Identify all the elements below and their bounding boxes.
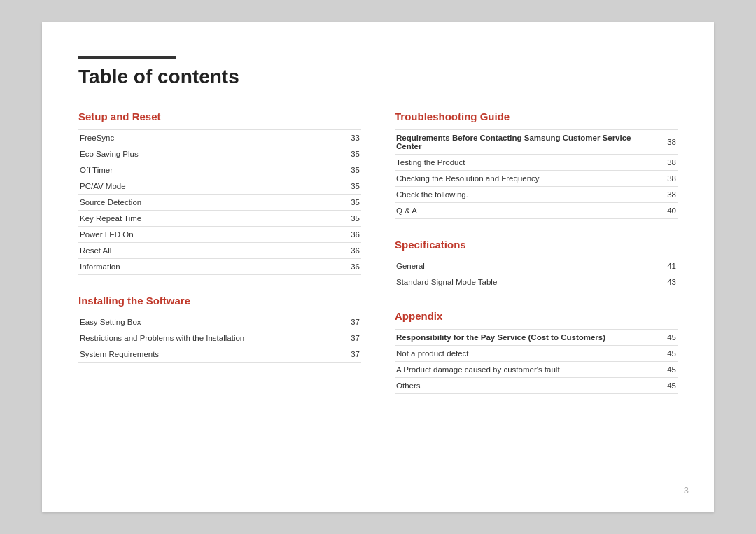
toc-table-specifications: General41Standard Signal Mode Table43 (395, 258, 678, 290)
table-row: Not a product defect45 (395, 345, 678, 361)
section-title-troubleshooting: Troubleshooting Guide (395, 111, 678, 122)
toc-item-page: 33 (340, 129, 361, 146)
toc-item-label: Q & A (395, 202, 657, 218)
toc-item-page: 45 (657, 329, 678, 345)
toc-item-label: General (395, 258, 657, 274)
table-row: Restrictions and Problems with the Insta… (78, 330, 361, 346)
table-row: Others45 (395, 377, 678, 393)
two-column-layout: Setup and ResetFreeSync33Eco Saving Plus… (78, 111, 678, 414)
section-title-appendix: Appendix (395, 310, 678, 322)
table-row: Information36 (78, 258, 361, 274)
table-row: Check the following.38 (395, 186, 678, 202)
toc-item-page: 38 (657, 186, 678, 202)
toc-table-setup-reset: FreeSync33Eco Saving Plus35Off Timer35PC… (78, 129, 361, 275)
toc-item-page: 38 (657, 170, 678, 186)
toc-item-page: 36 (340, 226, 361, 242)
table-row: Testing the Product38 (395, 154, 678, 170)
toc-item-label: Source Detection (78, 194, 340, 210)
toc-item-label: PC/AV Mode (78, 178, 340, 194)
section-title-setup-reset: Setup and Reset (78, 111, 361, 122)
toc-item-page: 40 (657, 202, 678, 218)
table-row: Responsibility for the Pay Service (Cost… (395, 329, 678, 345)
toc-item-page: 35 (340, 210, 361, 226)
section-title-specifications: Specifications (395, 239, 678, 251)
toc-item-page: 45 (657, 345, 678, 361)
table-row: PC/AV Mode35 (78, 178, 361, 194)
toc-item-page: 41 (657, 258, 678, 274)
toc-item-page: 38 (657, 129, 678, 154)
toc-item-page: 35 (340, 146, 361, 162)
toc-item-label: Reset All (78, 242, 340, 258)
table-row: System Requirements37 (78, 346, 361, 362)
toc-item-label: Testing the Product (395, 154, 657, 170)
table-row: Q & A40 (395, 202, 678, 218)
page-number: 3 (684, 485, 689, 496)
table-row: Reset All36 (78, 242, 361, 258)
toc-item-page: 36 (340, 242, 361, 258)
table-row: FreeSync33 (78, 129, 361, 146)
toc-item-label: Information (78, 258, 340, 274)
table-row: Key Repeat Time35 (78, 210, 361, 226)
toc-table-appendix: Responsibility for the Pay Service (Cost… (395, 329, 678, 394)
toc-item-label: Eco Saving Plus (78, 146, 340, 162)
toc-item-page: 45 (657, 377, 678, 393)
toc-item-label: Others (395, 377, 657, 393)
table-row: Requirements Before Contacting Samsung C… (395, 129, 678, 154)
toc-item-page: 37 (340, 314, 361, 330)
toc-table-troubleshooting: Requirements Before Contacting Samsung C… (395, 129, 678, 219)
toc-item-page: 35 (340, 178, 361, 194)
section-title-installing-software: Installing the Software (78, 295, 361, 307)
table-row: Source Detection35 (78, 194, 361, 210)
toc-item-label: Power LED On (78, 226, 340, 242)
toc-item-page: 38 (657, 154, 678, 170)
toc-item-page: 37 (340, 346, 361, 362)
table-row: Easy Setting Box37 (78, 314, 361, 330)
table-row: Power LED On36 (78, 226, 361, 242)
toc-item-label: Restrictions and Problems with the Insta… (78, 330, 340, 346)
toc-item-label: Easy Setting Box (78, 314, 340, 330)
toc-item-page: 35 (340, 162, 361, 178)
toc-item-label: System Requirements (78, 346, 340, 362)
toc-item-label: Standard Signal Mode Table (395, 274, 657, 290)
toc-item-page: 35 (340, 194, 361, 210)
page: Table of contents Setup and ResetFreeSyn… (42, 22, 714, 512)
table-row: A Product damage caused by customer's fa… (395, 361, 678, 377)
page-title: Table of contents (78, 66, 678, 88)
toc-item-label: Check the following. (395, 186, 657, 202)
toc-item-page: 37 (340, 330, 361, 346)
toc-item-label: Requirements Before Contacting Samsung C… (395, 129, 657, 154)
toc-item-label: Responsibility for the Pay Service (Cost… (395, 329, 657, 345)
right-column: Troubleshooting GuideRequirements Before… (395, 111, 678, 414)
left-column: Setup and ResetFreeSync33Eco Saving Plus… (78, 111, 361, 414)
toc-item-page: 43 (657, 274, 678, 290)
toc-item-label: A Product damage caused by customer's fa… (395, 361, 657, 377)
table-row: Checking the Resolution and Frequency38 (395, 170, 678, 186)
toc-item-label: Not a product defect (395, 345, 657, 361)
table-row: General41 (395, 258, 678, 274)
title-bar (78, 56, 176, 59)
table-row: Eco Saving Plus35 (78, 146, 361, 162)
table-row: Off Timer35 (78, 162, 361, 178)
toc-item-page: 45 (657, 361, 678, 377)
table-row: Standard Signal Mode Table43 (395, 274, 678, 290)
toc-item-label: Key Repeat Time (78, 210, 340, 226)
toc-table-installing-software: Easy Setting Box37Restrictions and Probl… (78, 314, 361, 363)
toc-item-label: Checking the Resolution and Frequency (395, 170, 657, 186)
toc-item-label: FreeSync (78, 129, 340, 146)
toc-item-label: Off Timer (78, 162, 340, 178)
toc-item-page: 36 (340, 258, 361, 274)
